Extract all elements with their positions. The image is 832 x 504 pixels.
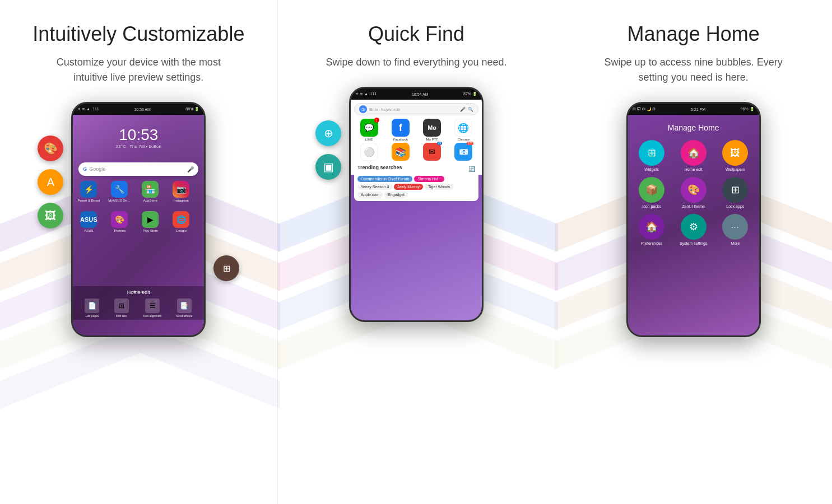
phone1-screen: 10:53 32°C Thu 7/8 • button G Google 🎤 ⚡… <box>73 115 204 335</box>
icon-size-icon: ⊞ <box>114 298 129 313</box>
bottom-scroll-effects[interactable]: 📑 Scroll effects <box>176 298 193 318</box>
title-quickfind: Quick Find <box>295 22 538 46</box>
refresh-icon[interactable]: 🔄 <box>468 166 475 172</box>
bubble-homeedit-label: Home edit <box>685 167 703 171</box>
search-app-line[interactable]: 💬 1 LINE <box>354 119 384 141</box>
icon-size-label: Icon size <box>116 314 127 318</box>
float-btn-layout[interactable]: ▣ <box>315 154 341 180</box>
app-myasus[interactable]: 🔧 MyASUS Service Center <box>108 181 131 206</box>
app-themes[interactable]: 🎨 Themes <box>108 211 131 236</box>
phone1-bottom-bar: Home edit 📄 Edit pages ⊞ Icon size ☰ Ic <box>73 286 204 320</box>
app-appstore[interactable]: 🏪 AppStore <box>139 181 161 206</box>
phone3-manage-title: Manage Home <box>628 123 759 132</box>
app-label-appstore: AppStore <box>139 199 161 202</box>
app-label-google: Google <box>170 229 192 232</box>
search-app-moptt[interactable]: Mo Mo PTT <box>417 119 447 141</box>
trending-title: Trending searches <box>357 165 402 170</box>
phone2-screen: G Enter keywords 🎤 🔍 💬 1 <box>351 100 482 320</box>
google-mic: 🎤 <box>187 166 194 172</box>
app-label-myasus: MyASUS Service Center <box>108 199 131 202</box>
phone-3-container: ⊞ 🖼 ✉ 🌙 ⚙ 6:21 PM 96% 🔋 Manage Home ⊞ Wi… <box>626 102 761 337</box>
phone2-statusbar: ☀ ≋ ▲ .111 10:54 AM 87% 🔋 <box>351 88 482 100</box>
bubble-iconpacks[interactable]: 📦 Icon packs <box>634 177 670 208</box>
bubble-widgets-label: Widgets <box>644 167 658 171</box>
app-google[interactable]: 🌐 Google <box>170 211 192 236</box>
icon-alignment-icon: ☰ <box>145 298 160 313</box>
tag-yeezy[interactable]: Yeezy Season 4 <box>357 184 392 190</box>
bubble-iconpacks-label: Icon packs <box>642 204 661 208</box>
phone3-statusbar: ⊞ 🖼 ✉ 🌙 ⚙ 6:21 PM 96% 🔋 <box>628 104 759 115</box>
phone3-bubble-grid: ⊞ Widgets 🏠 Home edit 🖼 Wallpapers 📦 <box>634 140 754 245</box>
label-moptt: Mo PTT <box>426 138 438 141</box>
app-asus[interactable]: ASUS ASUS <box>77 211 100 236</box>
phone3-statusbar-left: ⊞ 🖼 ✉ 🌙 ⚙ <box>633 107 656 111</box>
tag-engadget[interactable]: Engadget <box>384 192 408 198</box>
bubble-wallpapers-label: Wallpapers <box>726 167 745 171</box>
phone2-apps: 💬 1 LINE f Facebook Mo Mo PTT <box>354 119 478 141</box>
phone-3: ⊞ 🖼 ✉ 🌙 ⚙ 6:21 PM 96% 🔋 Manage Home ⊞ Wi… <box>626 102 761 337</box>
trending-tags: Commander in Chief Forum Simona Hal... Y… <box>357 176 475 198</box>
phone2-search-bar[interactable]: G Enter keywords 🎤 🔍 <box>354 103 478 115</box>
bubble-zenui[interactable]: 🎨 ZenUI theme <box>675 177 712 208</box>
float-btn-palette[interactable]: 🎨 <box>38 136 63 161</box>
phone-2: ☀ ≋ ▲ .111 10:54 AM 87% 🔋 G Enter keywor… <box>349 87 484 322</box>
phone3-time: 6:21 PM <box>691 108 705 111</box>
desc-quickfind: Swipe down to find everything you need. <box>326 55 506 70</box>
phone1-google-bar[interactable]: G Google 🎤 <box>78 162 198 176</box>
bubble-preferences[interactable]: 🏠 Preferences <box>634 214 670 245</box>
tag-commander[interactable]: Commander in Chief Forum <box>357 176 412 182</box>
phone3-battery: 96% 🔋 <box>741 107 755 111</box>
badge-email: 175 <box>467 142 473 145</box>
bubble-syssettings-icon: ⚙ <box>681 214 706 240</box>
tag-apple[interactable]: Apple.com <box>357 192 383 198</box>
search-g-icon: G <box>359 105 367 113</box>
bubble-more[interactable]: ··· More <box>717 214 754 245</box>
app-label-instagram: Instagram <box>170 199 192 202</box>
float-btn-font[interactable]: A <box>38 169 63 195</box>
bottom-icon-alignment[interactable]: ☰ Icon alignment <box>143 298 162 318</box>
phone1-app-grid-2: ASUS ASUS 🎨 Themes ▶ Play Store 🌐 Google <box>77 211 199 236</box>
bubble-lockapps-label: Lock apps <box>726 204 744 208</box>
google-logo: G <box>83 166 87 172</box>
bubble-widgets[interactable]: ⊞ Widgets <box>634 140 670 171</box>
bubble-wallpapers[interactable]: 🖼 Wallpapers <box>717 140 754 171</box>
search-search-icon: 🔍 <box>468 107 473 112</box>
app-playstore[interactable]: ▶ Play Store <box>139 211 161 236</box>
tag-simona[interactable]: Simona Hal... <box>414 176 444 182</box>
phone1-battery: 88% 🔋 <box>185 107 199 111</box>
app-power-boost[interactable]: ⚡ Power & Boost <box>77 181 100 206</box>
phone2-time: 10:54 AM <box>412 92 429 96</box>
icon-alignment-label: Icon alignment <box>143 314 162 318</box>
tag-tiger[interactable]: Tiger Woods <box>425 184 453 190</box>
phone1-bottom-icons: 📄 Edit pages ⊞ Icon size ☰ Icon alignmen… <box>73 298 204 318</box>
app-label-playstore: Play Store <box>139 229 161 232</box>
phone1-weather: 32°C Thu 7/8 • button <box>116 144 161 149</box>
phone1-clock: 10:53 32°C Thu 7/8 • button <box>116 126 161 149</box>
bubble-zenui-label: ZenUI theme <box>682 204 704 208</box>
bubble-iconpacks-icon: 📦 <box>639 177 664 203</box>
trending-header: Trending searches 🔄 <box>357 165 475 173</box>
phone1-statusbar: ☀ ≋ ▲ .111 10:53 AM 88% 🔋 <box>73 104 204 115</box>
float-btn-grid: ⊞ <box>213 255 239 281</box>
bubble-lockapps[interactable]: ⊞ Lock apps <box>717 177 754 208</box>
scroll-effects-icon: 📑 <box>177 298 192 313</box>
bottom-edit-pages[interactable]: 📄 Edit pages <box>85 298 99 318</box>
search-app-chrome[interactable]: 🌐 Chrome <box>449 119 478 141</box>
badge-gmail: 69 <box>437 142 443 145</box>
search-app-fb[interactable]: f Facebook <box>385 119 415 141</box>
label-line: LINE <box>365 138 373 141</box>
float-btn-add[interactable]: ⊕ <box>315 120 341 146</box>
phone1-statusbar-left: ☀ ≋ ▲ .111 <box>77 107 99 111</box>
floating-btns-1: 🎨 A 🖼 <box>38 136 63 228</box>
app-label-asus: ASUS <box>77 229 100 232</box>
tag-murray[interactable]: Andy Murray <box>394 184 423 190</box>
app-instagram[interactable]: 📷 Instagram <box>170 181 192 206</box>
float-btn-wallpaper[interactable]: 🖼 <box>38 203 63 228</box>
app-label-power: Power & Boost <box>77 199 100 202</box>
bubble-homeedit[interactable]: 🏠 Home edit <box>675 140 712 171</box>
bubble-syssettings[interactable]: ⚙ System settings <box>675 214 712 245</box>
bottom-icon-size[interactable]: ⊞ Icon size <box>114 298 129 318</box>
bubble-more-label: More <box>731 241 740 245</box>
float-btn-right-1[interactable]: ⊞ <box>213 255 239 281</box>
edit-pages-label: Edit pages <box>86 314 99 318</box>
